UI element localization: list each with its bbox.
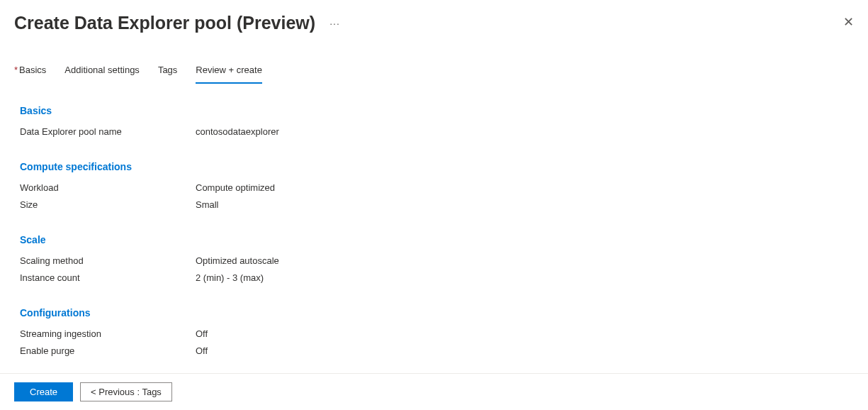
section-basics: Basics Data Explorer pool name contosoda… [20, 105, 848, 137]
row-streaming-ingestion: Streaming ingestion Off [20, 328, 848, 339]
value-instance-count: 2 (min) - 3 (max) [196, 272, 264, 283]
tab-tags[interactable]: Tags [158, 65, 177, 84]
section-title-compute: Compute specifications [20, 161, 848, 172]
value-size: Small [196, 199, 219, 210]
create-button[interactable]: Create [14, 382, 73, 401]
row-size: Size Small [20, 199, 848, 210]
label-streaming-ingestion: Streaming ingestion [20, 328, 196, 339]
value-workload: Compute optimized [196, 182, 275, 193]
section-title-scale: Scale [20, 234, 848, 245]
close-icon[interactable]: ✕ [843, 14, 854, 30]
value-scaling-method: Optimized autoscale [196, 255, 279, 266]
label-pool-name: Data Explorer pool name [20, 126, 196, 137]
label-size: Size [20, 199, 196, 210]
page-title: Create Data Explorer pool (Preview) [14, 13, 315, 33]
tab-additional-settings[interactable]: Additional settings [64, 65, 140, 84]
section-title-configurations: Configurations [20, 307, 848, 318]
label-instance-count: Instance count [20, 272, 196, 283]
section-title-basics: Basics [20, 105, 848, 116]
row-scaling-method: Scaling method Optimized autoscale [20, 255, 848, 266]
more-options-icon[interactable]: ··· [329, 18, 340, 29]
page-header: Create Data Explorer pool (Preview) ··· … [0, 0, 868, 48]
section-compute: Compute specifications Workload Compute … [20, 161, 848, 210]
label-scaling-method: Scaling method [20, 255, 196, 266]
value-streaming-ingestion: Off [196, 328, 208, 339]
row-workload: Workload Compute optimized [20, 182, 848, 193]
label-workload: Workload [20, 182, 196, 193]
section-scale: Scale Scaling method Optimized autoscale… [20, 234, 848, 283]
tab-review-create[interactable]: Review + create [196, 65, 262, 84]
value-pool-name: contosodataexplorer [196, 126, 279, 137]
main-content: Basics Data Explorer pool name contosoda… [0, 84, 868, 394]
tab-basics[interactable]: Basics [14, 65, 46, 84]
row-pool-name: Data Explorer pool name contosodataexplo… [20, 126, 848, 137]
tabs-bar: Basics Additional settings Tags Review +… [0, 65, 868, 84]
value-enable-purge: Off [196, 345, 208, 356]
previous-button[interactable]: < Previous : Tags [80, 382, 172, 401]
section-configurations: Configurations Streaming ingestion Off E… [20, 307, 848, 356]
row-instance-count: Instance count 2 (min) - 3 (max) [20, 272, 848, 283]
label-enable-purge: Enable purge [20, 345, 196, 356]
row-enable-purge: Enable purge Off [20, 345, 848, 356]
footer-bar: Create < Previous : Tags [0, 373, 868, 410]
